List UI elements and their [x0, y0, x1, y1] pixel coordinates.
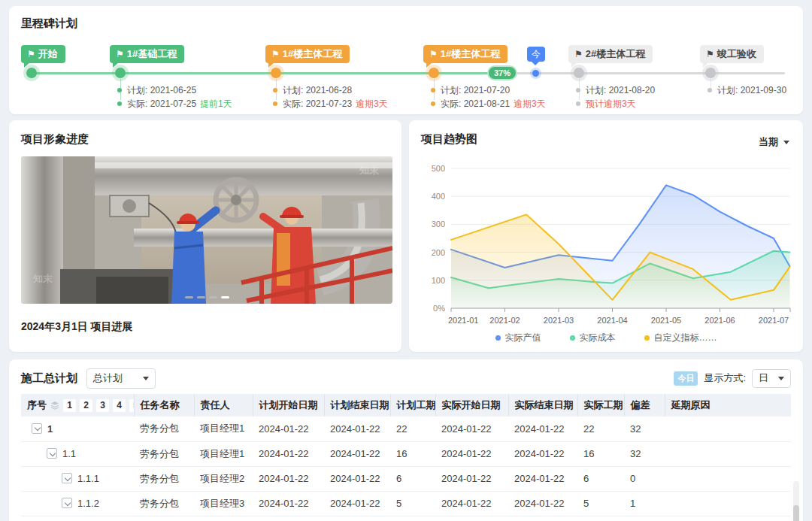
- milestone-node: [26, 68, 37, 78]
- carousel-dot-active[interactable]: [221, 296, 229, 298]
- display-mode-select[interactable]: 日: [752, 369, 791, 388]
- chevron-down-icon: [783, 141, 789, 144]
- owner-cell: 项目经理3: [194, 491, 253, 516]
- status-text: 逾期3天: [514, 98, 546, 109]
- plan-type-select[interactable]: 总计划: [86, 368, 156, 389]
- plan-table: 序号 1 2 3 4 5 任务名称 责任人 计划开: [21, 394, 791, 516]
- svg-text:0%: 0%: [433, 304, 445, 313]
- expand-toggle-icon[interactable]: [62, 498, 72, 508]
- milestone-node: [429, 68, 439, 78]
- svg-text:2021-02: 2021-02: [489, 316, 520, 325]
- watermark: 知末: [359, 164, 379, 177]
- seq-cell: 1.1: [21, 441, 134, 466]
- actual-start-cell: 2024-01-22: [435, 491, 508, 516]
- milestone-node: [574, 68, 584, 78]
- chart-legend: 实际产值实际成本自定义指标……: [409, 332, 803, 344]
- project-progress-card: 项目形象进度: [9, 120, 401, 352]
- level-filter-1[interactable]: 1: [63, 399, 76, 412]
- milestone-dates: 计划: 2021-06-25 实际: 2021-07-25提前1天: [117, 83, 232, 111]
- legend-item[interactable]: 自定义指标……: [644, 332, 717, 344]
- col-header-actual-end: 实际结束日期: [508, 394, 577, 416]
- svg-text:2021-03: 2021-03: [544, 316, 574, 325]
- milestone-node: [115, 68, 126, 78]
- trend-chart: 0%1002003004005002021-012021-022021-0320…: [420, 158, 795, 332]
- deviation-cell: 32: [624, 441, 665, 466]
- plan-start-cell: 2024-01-22: [253, 441, 324, 466]
- carousel-dot[interactable]: [185, 296, 193, 298]
- milestone-timeline: ⚑开始 ⚑1#基础工程 计划: 2021-06-25 实际: 2021-07-2…: [9, 6, 803, 114]
- carousel-dot[interactable]: [197, 296, 205, 298]
- timeline-remaining-line: [501, 72, 785, 74]
- legend-label: 自定义指标……: [654, 332, 717, 344]
- bullet-icon: [117, 101, 122, 106]
- expand-toggle-icon[interactable]: [47, 448, 57, 459]
- milestone-label: 1#楼主体工程: [441, 48, 500, 59]
- actual-days-cell: 6: [577, 466, 624, 491]
- bullet-icon: [431, 88, 435, 92]
- progress-percent-badge: 37%: [487, 65, 517, 80]
- period-select-value: 当期: [759, 135, 778, 149]
- milestone-plan-card: 里程碑计划 ⚑开始 ⚑1#基础工程 计划: 2021-06-25 实际: 202…: [9, 6, 803, 114]
- carousel-dot[interactable]: [209, 296, 217, 298]
- bullet-icon: [576, 101, 580, 106]
- valve-wheel: [216, 180, 256, 220]
- actual-days-cell: 16: [577, 441, 624, 466]
- task-cell: 劳务分包: [134, 416, 194, 441]
- milestone-tag: ⚑1#楼主体工程: [423, 45, 508, 63]
- delay-reason-cell: [665, 466, 791, 491]
- bullet-icon: [273, 88, 277, 92]
- task-id: 1.1.1: [77, 473, 99, 484]
- level-filter-5[interactable]: 5: [129, 399, 134, 412]
- flag-icon: ⚑: [27, 49, 35, 59]
- milestone-dates: 计划: 2021-07-20 实际: 2021-08-21逾期3天: [431, 83, 546, 111]
- col-header-plan-end: 计划结束日期: [324, 394, 390, 416]
- chevron-down-icon: [778, 377, 784, 380]
- actual-end-cell: 2024-01-22: [508, 441, 577, 466]
- level-filter-4[interactable]: 4: [113, 399, 126, 412]
- milestone-node: [271, 68, 281, 78]
- plan-date: 计划: 2021-08-20: [586, 85, 655, 95]
- legend-item[interactable]: 实际成本: [570, 332, 616, 344]
- plan-end-cell: 2024-01-22: [324, 466, 390, 491]
- period-select[interactable]: 当期: [759, 135, 789, 149]
- table-row: 1.1.2劳务分包项目经理32024-01-222024-01-2252024-…: [21, 491, 791, 516]
- carousel-dots: [21, 296, 392, 298]
- svg-text:2021-01: 2021-01: [448, 316, 478, 325]
- legend-marker-icon: [644, 335, 650, 341]
- level-filter-2[interactable]: 2: [80, 399, 92, 412]
- milestone-label: 竣工验收: [717, 48, 756, 59]
- deviation-cell: 0: [624, 466, 665, 491]
- table-row: 1.1劳务分包项目经理12024-01-222024-01-22162024-0…: [21, 441, 791, 466]
- plan-start-cell: 2024-01-22: [253, 466, 324, 491]
- level-filter-3[interactable]: 3: [96, 399, 109, 412]
- bullet-icon: [431, 101, 435, 106]
- milestone-dates: 计划: 2021-09-30: [707, 83, 786, 97]
- vertical-scrollbar[interactable]: [793, 481, 799, 521]
- project-photo-illustration: [21, 156, 392, 304]
- bullet-icon: [273, 101, 277, 106]
- milestone-dates: 计划: 2021-06-28 实际: 2021-07-23逾期3天: [273, 83, 388, 111]
- legend-marker-icon: [570, 335, 575, 341]
- display-mode-label: 显示方式:: [704, 371, 746, 385]
- milestone-label: 2#楼主体工程: [586, 48, 645, 59]
- status-text: 预计逾期3天: [586, 98, 636, 109]
- owner-cell: 项目经理1: [194, 441, 253, 466]
- plan-date: 计划: 2021-07-20: [441, 85, 510, 95]
- milestone-tag: ⚑2#楼主体工程: [568, 45, 653, 63]
- bullet-icon: [117, 88, 122, 92]
- expand-toggle-icon[interactable]: [62, 473, 72, 483]
- actual-start-cell: 2024-01-22: [435, 416, 508, 441]
- project-photo[interactable]: 知末 知末: [21, 156, 392, 304]
- scrollbar-thumb[interactable]: [793, 505, 799, 521]
- milestone-tag: ⚑1#基础工程: [110, 45, 184, 63]
- actual-date: 实际: 2021-08-21: [441, 98, 510, 109]
- seq-cell: 1.1.1: [21, 466, 134, 491]
- expand-toggle-icon[interactable]: [32, 423, 42, 434]
- today-badge[interactable]: 今日: [674, 371, 698, 386]
- photo-card-title: 项目形象进度: [21, 132, 89, 147]
- actual-end-cell: 2024-01-22: [508, 491, 577, 516]
- legend-label: 实际成本: [580, 332, 616, 344]
- construction-plan-card: 施工总计划 总计划 今日 显示方式: 日 序号: [9, 359, 803, 521]
- milestone-tag: ⚑开始: [21, 45, 65, 63]
- legend-item[interactable]: 实际产值: [495, 332, 541, 344]
